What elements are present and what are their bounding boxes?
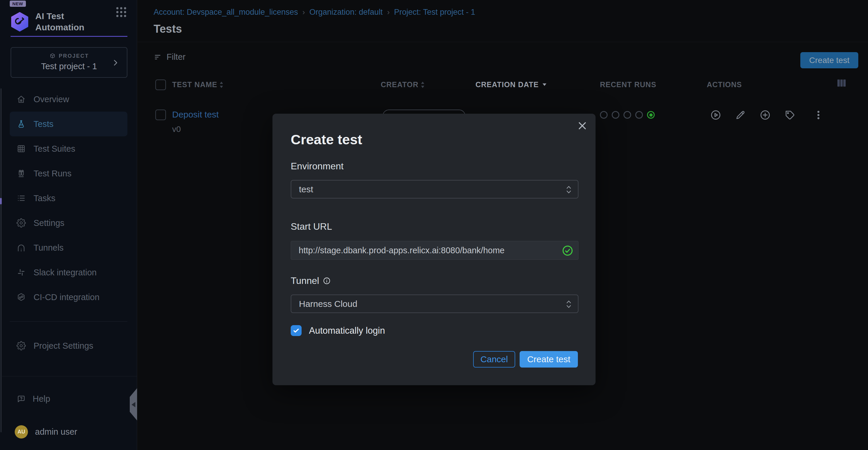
- sidebar-nav: Overview Tests Test Suites Test Runs Tas…: [0, 87, 137, 358]
- close-icon[interactable]: [577, 120, 588, 131]
- brand-name: AI Test Automation: [35, 10, 90, 33]
- tag-icon[interactable]: [784, 110, 795, 120]
- sidebar-item-slack-integration[interactable]: Slack integration: [0, 260, 137, 285]
- test-runs-icon: [17, 169, 26, 178]
- row-checkbox[interactable]: [155, 110, 166, 120]
- filter-icon: [154, 53, 162, 61]
- gear-icon: [17, 341, 26, 350]
- columns-icon[interactable]: [837, 79, 846, 87]
- sidebar-item-project-settings[interactable]: Project Settings: [0, 333, 137, 358]
- cicd-icon: [17, 292, 26, 302]
- brand-underline: [10, 36, 127, 37]
- gear-icon: [17, 218, 26, 228]
- info-icon[interactable]: [323, 277, 331, 285]
- tasks-list-icon: [17, 194, 26, 203]
- select-all-checkbox[interactable]: [155, 80, 166, 90]
- auto-login-checkbox-row[interactable]: Automatically login: [291, 325, 385, 336]
- breadcrumb-separator: ›: [298, 8, 310, 17]
- kebab-icon[interactable]: [813, 110, 824, 120]
- environment-select[interactable]: test: [291, 180, 579, 198]
- sidebar-item-tests[interactable]: Tests: [10, 112, 127, 136]
- run-status-dot[interactable]: [635, 111, 643, 119]
- brand-logo-icon: [10, 12, 29, 31]
- column-recent-runs: RECENT RUNS: [600, 80, 656, 89]
- cancel-button[interactable]: Cancel: [473, 351, 515, 368]
- sidebar-item-test-suites[interactable]: Test Suites: [0, 136, 137, 161]
- project-label: PROJECT: [59, 53, 89, 59]
- toolbar: Filter Create test: [137, 42, 868, 75]
- breadcrumb-project[interactable]: Project: Test project - 1: [394, 8, 475, 17]
- run-status-dot[interactable]: [612, 111, 619, 119]
- sidebar-item-cicd-integration[interactable]: CI-CD integration: [0, 285, 137, 310]
- start-url-input[interactable]: http://stage.dbank.prod-apps.relicx.ai:8…: [291, 241, 579, 260]
- sidebar-divider: [10, 321, 127, 321]
- flask-icon: [17, 119, 26, 129]
- sidebar-footer-divider: [0, 376, 137, 376]
- create-test-button[interactable]: Create test: [800, 52, 858, 68]
- sidebar-item-help[interactable]: Help: [0, 386, 137, 411]
- test-name-link[interactable]: Deposit test: [172, 110, 219, 119]
- modal-title: Create test: [291, 131, 362, 147]
- tunnel-label: Tunnel: [291, 275, 331, 286]
- tunnel-icon: [17, 243, 26, 252]
- table-grid-icon: [17, 144, 26, 153]
- column-creator[interactable]: CREATOR: [381, 80, 425, 89]
- collapse-left-icon: [131, 402, 135, 407]
- pencil-icon[interactable]: [735, 110, 746, 120]
- brand: AI Test Automation: [10, 10, 128, 33]
- start-url-label: Start URL: [291, 221, 332, 232]
- sidebar-item-tunnels[interactable]: Tunnels: [0, 235, 137, 260]
- sidebar-item-settings[interactable]: Settings: [0, 210, 137, 235]
- plus-icon[interactable]: [760, 110, 771, 120]
- table-header: TEST NAME CREATOR CREATION DATE RECENT R…: [137, 75, 868, 94]
- project-selector[interactable]: PROJECT Test project - 1: [10, 47, 127, 78]
- app-root: NEW AI Test Automation PROJECT Test proj…: [0, 0, 868, 450]
- environment-label: Environment: [291, 161, 344, 172]
- help-icon: [17, 394, 26, 403]
- select-chevrons-icon: [565, 299, 572, 309]
- breadcrumb-account[interactable]: Account: Devspace_all_module_licenses: [154, 8, 298, 17]
- modal-create-test-button[interactable]: Create test: [520, 351, 578, 368]
- chevron-right-icon: [112, 59, 119, 66]
- sort-desc-icon: [542, 83, 547, 86]
- apps-grid-icon[interactable]: [115, 6, 127, 18]
- play-icon[interactable]: [710, 110, 721, 120]
- home-icon: [17, 94, 26, 104]
- project-name: Test project - 1: [11, 61, 127, 71]
- sidebar: NEW AI Test Automation PROJECT Test proj…: [0, 0, 137, 450]
- column-test-name[interactable]: TEST NAME: [172, 80, 223, 89]
- test-version: v0: [172, 124, 181, 134]
- sidebar-item-overview[interactable]: Overview: [0, 87, 137, 112]
- avatar: AU: [15, 425, 28, 439]
- breadcrumb: Account: Devspace_all_module_licenses › …: [154, 8, 868, 17]
- tunnel-select[interactable]: Harness Cloud: [291, 294, 579, 313]
- column-actions: ACTIONS: [707, 80, 742, 89]
- page-header: Account: Devspace_all_module_licenses › …: [137, 0, 868, 42]
- user-menu[interactable]: AU admin user: [0, 419, 137, 444]
- sort-icon: [421, 81, 425, 88]
- run-status-dot[interactable]: [623, 111, 631, 119]
- column-creation-date[interactable]: CREATION DATE: [475, 80, 547, 89]
- page-title: Tests: [154, 23, 868, 35]
- slack-icon: [17, 268, 26, 277]
- auto-login-label: Automatically login: [309, 326, 385, 336]
- sidebar-item-tasks[interactable]: Tasks: [0, 186, 137, 210]
- create-test-modal: Create test Environment test Start URL h…: [273, 114, 595, 385]
- project-cube-icon: [49, 53, 56, 59]
- checkbox-checked[interactable]: [291, 325, 302, 336]
- breadcrumb-separator: ›: [383, 8, 394, 17]
- new-badge: NEW: [10, 1, 26, 7]
- user-name: admin user: [35, 427, 77, 437]
- select-chevrons-icon: [565, 185, 572, 195]
- sort-icon: [219, 81, 223, 88]
- sidebar-item-test-runs[interactable]: Test Runs: [0, 161, 137, 186]
- filter-button[interactable]: Filter: [154, 52, 185, 62]
- valid-check-icon: [562, 245, 574, 256]
- run-status-dot-passed[interactable]: [647, 111, 655, 119]
- run-status-dot[interactable]: [600, 111, 608, 119]
- breadcrumb-organization[interactable]: Organization: default: [309, 8, 382, 17]
